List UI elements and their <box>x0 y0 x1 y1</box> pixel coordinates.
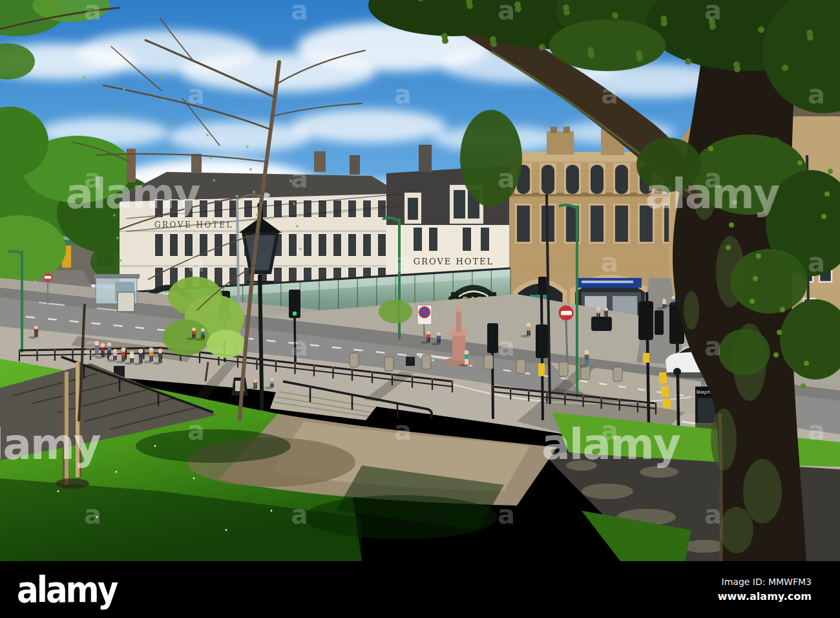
alamy-footer-bar: alamy Image ID: MMWFM3 www.alamy.com <box>0 561 840 618</box>
watermark-letter: a <box>394 416 412 445</box>
watermark-alamy: alamy <box>0 420 101 469</box>
watermark-alamy: alamy <box>646 170 780 218</box>
watermark-letter: a <box>808 80 825 109</box>
watermark-letter: a <box>394 248 412 277</box>
watermark-letter: a <box>291 0 308 25</box>
stock-photo-page: GROVE HOTEL GROVE HOTEL <box>0 0 840 618</box>
watermark-letter: a <box>498 500 515 529</box>
watermark-letter: a <box>84 500 101 529</box>
image-id: Image ID: MMWFM3 <box>718 575 812 588</box>
watermark-alamy: alamy <box>66 170 200 218</box>
street-scene-photo: GROVE HOTEL GROVE HOTEL <box>0 0 840 561</box>
watermark-alamy: alamy <box>541 420 680 469</box>
watermark-letter: a <box>498 332 515 361</box>
grove-hotel-sign-gable: GROVE HOTEL <box>414 257 494 266</box>
watermark-letter: a <box>187 416 205 445</box>
watermark-letter: a <box>498 0 515 25</box>
watermark-letter: a <box>601 248 618 277</box>
watermark-letter: a <box>704 332 722 361</box>
watermark-letter: a <box>394 80 412 109</box>
watermark-letter: a <box>704 0 722 25</box>
watermark-letter: a <box>601 80 618 109</box>
watermark-letter: a <box>187 80 205 109</box>
alamy-logo: alamy <box>17 569 116 611</box>
watermark-letter: a <box>291 500 308 529</box>
watermark-letter: a <box>187 248 205 277</box>
watermark-letter: a <box>84 0 101 25</box>
watermark-letter: a <box>808 416 825 445</box>
watermark-letter: a <box>84 332 101 361</box>
watermark-letter: a <box>704 500 722 529</box>
watermark-letter: a <box>498 164 515 193</box>
watermark-letter: a <box>291 164 308 193</box>
watermark-letter: a <box>808 248 825 277</box>
alamy-url: www.alamy.com <box>718 589 812 604</box>
image-meta: Image ID: MMWFM3 www.alamy.com <box>718 575 812 603</box>
watermark-letter: a <box>291 332 308 361</box>
